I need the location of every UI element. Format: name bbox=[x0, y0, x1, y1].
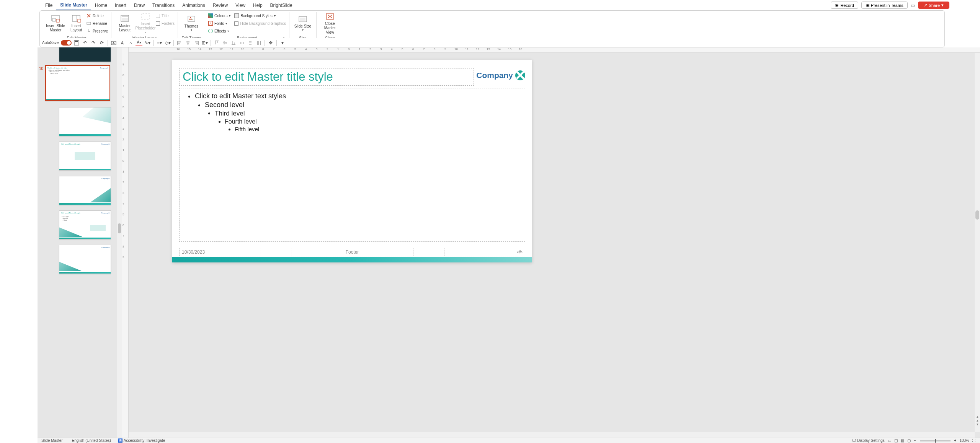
zoom-out-button[interactable]: − bbox=[914, 438, 916, 443]
insert-layout-button[interactable]: Insert Layout bbox=[66, 12, 87, 34]
date-placeholder[interactable]: 10/30/2023 bbox=[179, 248, 260, 256]
zoom-in-button[interactable]: + bbox=[954, 438, 957, 443]
text-box-button[interactable]: A bbox=[110, 39, 117, 46]
master-slide[interactable]: Click to edit Master title style Company… bbox=[172, 60, 532, 262]
rename-button[interactable]: Rename bbox=[87, 20, 108, 27]
tab-home[interactable]: Home bbox=[91, 0, 111, 10]
repeat-button[interactable]: ⟳ bbox=[98, 39, 105, 46]
scrollbar-handle[interactable] bbox=[975, 210, 979, 220]
present-in-teams-button[interactable]: ▣ Present in Teams bbox=[861, 2, 908, 9]
svg-rect-32 bbox=[217, 41, 218, 43]
align-objects-right-button[interactable] bbox=[193, 39, 200, 46]
shape-fill-button[interactable]: ◇▾ bbox=[164, 39, 171, 46]
layout-thumbnail[interactable] bbox=[59, 107, 111, 136]
chevron-down-icon: ▾ bbox=[227, 29, 229, 33]
group-master-layout: Master Layout Insert Placeholder ▾ Title… bbox=[111, 12, 178, 42]
footers-checkbox[interactable]: Footers bbox=[156, 20, 175, 27]
background-styles-button[interactable]: Background Styles ▾ bbox=[234, 12, 286, 19]
canvas-horizontal-scrollbar[interactable] bbox=[129, 432, 975, 438]
status-view[interactable]: Slide Master bbox=[41, 438, 63, 443]
hide-bg-checkbox[interactable]: Hide Background Graphics bbox=[234, 20, 286, 27]
status-language[interactable]: English (United States) bbox=[72, 438, 111, 443]
effects-button[interactable]: Effects ▾ bbox=[208, 28, 230, 34]
fit-to-window-button[interactable]: ⛶ bbox=[972, 438, 976, 443]
slide-sorter-button[interactable]: ◫ bbox=[894, 438, 898, 443]
tab-view[interactable]: View bbox=[232, 0, 249, 10]
save-button[interactable] bbox=[73, 39, 80, 46]
redo-button[interactable]: ↷ bbox=[90, 39, 97, 46]
align-middle-button[interactable] bbox=[222, 39, 229, 46]
accessibility-button[interactable]: ♿ Accessibility: Investigate bbox=[118, 438, 165, 443]
scroll-up-icon[interactable]: ▴ bbox=[975, 415, 980, 419]
zoom-level[interactable]: 103% bbox=[959, 438, 969, 443]
scrollbar-handle[interactable] bbox=[118, 223, 121, 233]
eyedropper-button[interactable]: ✎▾ bbox=[144, 39, 151, 46]
group-background: Colours ▾ A Fonts ▾ Effects ▾ bbox=[205, 12, 289, 42]
distribute-vertical-button[interactable] bbox=[247, 39, 254, 46]
slideshow-button[interactable]: ▢ bbox=[907, 438, 911, 443]
zoom-slider[interactable] bbox=[920, 440, 951, 441]
fonts-button[interactable]: A Fonts ▾ bbox=[208, 20, 230, 27]
layout-thumbnail[interactable]: Company ⊗ bbox=[59, 245, 111, 274]
align-bottom-button[interactable] bbox=[230, 39, 237, 46]
tab-review[interactable]: Review bbox=[209, 0, 232, 10]
colours-button[interactable]: Colours ▾ bbox=[208, 12, 230, 19]
layout-thumbnail[interactable] bbox=[59, 47, 111, 62]
tab-slide-master[interactable]: Slide Master bbox=[56, 0, 91, 10]
content-placeholder[interactable]: Click to edit Master text styles Second … bbox=[179, 88, 525, 242]
autosave-label: AutoSave bbox=[42, 41, 59, 45]
separator bbox=[276, 40, 277, 46]
tab-brightslide[interactable]: BrightSlide bbox=[266, 0, 296, 10]
chevron-down-icon: ▾ bbox=[274, 14, 276, 18]
slide-number-placeholder[interactable]: ‹#› bbox=[444, 248, 525, 256]
font-color-button[interactable]: A▾ bbox=[136, 39, 142, 46]
master-thumbnail-selected[interactable]: Click to edit Master title style Company… bbox=[45, 65, 110, 101]
camera-icon[interactable]: ▭ bbox=[911, 3, 915, 8]
align-top-button[interactable] bbox=[213, 39, 220, 46]
qat-more-button[interactable]: ▾ bbox=[279, 39, 286, 46]
layout-thumbnail[interactable]: Company ⊗ bbox=[59, 176, 111, 205]
normal-view-button[interactable]: ▭ bbox=[888, 438, 891, 443]
tab-transitions[interactable]: Transitions bbox=[149, 0, 178, 10]
align-objects-left-button[interactable] bbox=[176, 39, 183, 46]
close-master-view-button[interactable]: Close Master View bbox=[320, 12, 340, 34]
title-placeholder[interactable]: Click to edit Master title style bbox=[179, 68, 474, 86]
body-level-5: Fifth level bbox=[235, 126, 259, 132]
autosave-toggle[interactable] bbox=[61, 40, 72, 46]
format-painter-button[interactable]: ✥ bbox=[267, 39, 274, 46]
themes-button[interactable]: Aa Themes ▾ bbox=[181, 12, 202, 34]
delete-button[interactable]: Delete bbox=[87, 12, 108, 19]
display-settings-button[interactable]: 🖵 Display Settings bbox=[852, 438, 885, 443]
footer-placeholder[interactable]: Footer bbox=[291, 248, 413, 256]
insert-placeholder-button[interactable]: Insert Placeholder ▾ bbox=[135, 12, 156, 34]
align-left-button[interactable]: ≡▾ bbox=[156, 39, 163, 46]
increase-font-button[interactable]: A bbox=[119, 39, 126, 46]
group-button[interactable]: ⊞▾ bbox=[201, 39, 208, 46]
layout-thumbnail[interactable]: Click to edit Master title style Company… bbox=[59, 210, 111, 239]
master-layout-button[interactable]: Master Layout bbox=[114, 12, 135, 34]
canvas-vertical-scrollbar[interactable] bbox=[975, 53, 980, 432]
tab-draw[interactable]: Draw bbox=[130, 0, 149, 10]
undo-button[interactable]: ↶ bbox=[82, 39, 88, 46]
tab-file[interactable]: File bbox=[41, 0, 56, 10]
tab-help[interactable]: Help bbox=[249, 0, 266, 10]
tab-animations[interactable]: Animations bbox=[178, 0, 209, 10]
align-objects-center-button[interactable] bbox=[185, 39, 191, 46]
tab-insert[interactable]: Insert bbox=[111, 0, 130, 10]
distribute-cols-button[interactable] bbox=[255, 39, 262, 46]
effects-icon bbox=[208, 29, 213, 33]
share-button[interactable]: ↗ Share ▾ bbox=[918, 2, 949, 9]
reading-view-button[interactable]: ▤ bbox=[901, 438, 904, 443]
status-bar: Slide Master English (United States) ♿ A… bbox=[38, 438, 980, 443]
record-button[interactable]: ◉ Record bbox=[831, 2, 858, 9]
title-checkbox[interactable]: Title bbox=[156, 12, 175, 19]
prev-slide-button[interactable]: ▴ bbox=[975, 419, 980, 422]
decrease-font-button[interactable]: A bbox=[127, 39, 134, 46]
thumbnail-scrollbar[interactable] bbox=[117, 47, 122, 438]
insert-slide-master-button[interactable]: Insert Slide Master bbox=[45, 12, 66, 34]
slide-size-button[interactable]: Slide Size ▾ bbox=[292, 12, 313, 34]
distribute-horizontal-button[interactable] bbox=[238, 39, 245, 46]
layout-thumbnail[interactable]: Click to edit Master title style Company… bbox=[59, 142, 111, 171]
next-slide-button[interactable]: ▾ bbox=[975, 422, 980, 426]
preserve-button[interactable]: Preserve bbox=[87, 28, 108, 34]
